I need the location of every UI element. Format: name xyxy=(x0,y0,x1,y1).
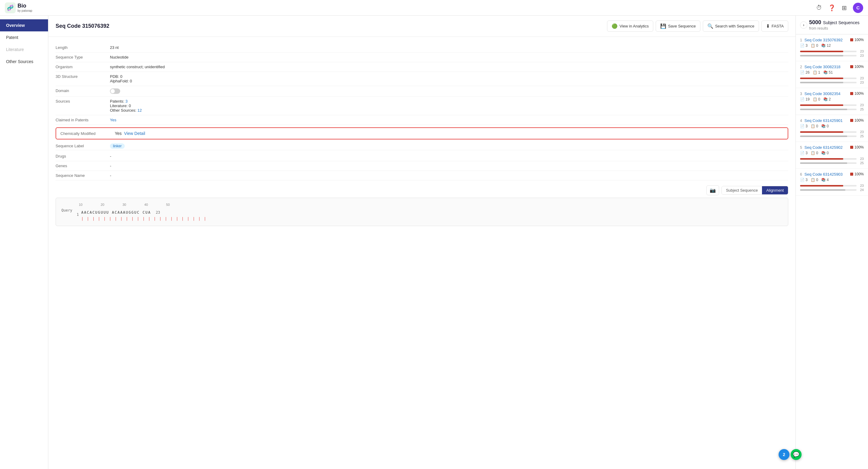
match-row: | | | | | | | | | | | | | | | | | | | | … xyxy=(61,217,783,221)
patents-link[interactable]: 3 xyxy=(125,99,127,103)
other-sources-link[interactable]: 12 xyxy=(137,108,142,112)
bar-row-1-5: 23 xyxy=(800,184,864,188)
bar-fill-1-0 xyxy=(800,51,843,52)
claimed-link[interactable]: Yes xyxy=(110,118,116,122)
bar-fill-2-2 xyxy=(800,109,847,110)
sequence-list-item: 4 Seq Code 631425901 100% 📄 3 📋 0 📚 0 23 xyxy=(796,115,868,142)
timer-icon[interactable]: ⏱ xyxy=(816,4,822,11)
save-sequence-label: Save Sequence xyxy=(668,24,696,28)
bar-track-2-0 xyxy=(800,55,857,57)
seq-item-link-4[interactable]: Seq Code 631425902 xyxy=(805,145,843,150)
seq-item-icons-1: 📄 26 📋 1 📚 51 xyxy=(800,70,864,74)
sequence-list-item: 3 Seq Code 30082354 100% 📄 19 📋 0 📚 2 23 xyxy=(796,88,868,115)
right-panel-header: › 5000 Subject Sequences from results xyxy=(796,16,868,34)
query-row: Query 1 AACACUGUUU ACAAAUGGUC CUA 23 xyxy=(61,208,783,217)
float-badge[interactable]: 2 xyxy=(779,449,789,460)
bar-track-2-3 xyxy=(800,135,857,137)
icon-group-book-2: 📚 2 xyxy=(823,97,831,101)
logo: 🧬 Bio by patsnap xyxy=(5,2,32,13)
genes-label: Genes xyxy=(56,164,110,168)
download-icon: ⬇ xyxy=(766,23,770,29)
domain-toggle[interactable] xyxy=(110,89,120,94)
bar-track-1-0 xyxy=(800,51,857,52)
claimed-label: Claimed in Patents xyxy=(56,118,110,122)
chemically-modified-value: Yes View Detail xyxy=(115,131,145,136)
sources-label: Sources xyxy=(56,99,110,103)
icon-group-page-5: 📋 0 xyxy=(811,178,818,182)
bar-num-2-2: 25 xyxy=(858,107,864,111)
bar-num-2-5: 24 xyxy=(858,188,864,192)
help-icon[interactable]: ❓ xyxy=(828,4,836,11)
sequence-type-value: Nucleotide xyxy=(110,55,788,60)
seq-item-pct-1: 100% xyxy=(850,65,864,69)
icon-group-book-5: 📚 4 xyxy=(821,178,829,182)
grid-icon[interactable]: ⊞ xyxy=(842,4,847,11)
icon-group-doc-0: 📄 3 xyxy=(800,43,808,48)
structure-row: 3D Structure PDB: 0 AlphaFold: 0 xyxy=(56,72,788,86)
avatar[interactable]: C xyxy=(853,3,863,13)
sidebar-item-patent[interactable]: Patent xyxy=(0,31,48,43)
drugs-label: Drugs xyxy=(56,154,110,159)
seq-item-link-3[interactable]: Seq Code 631425901 xyxy=(805,118,843,123)
domain-row: Domain xyxy=(56,86,788,97)
bar-row-2-2: 25 xyxy=(800,107,864,111)
bar-row-2-0: 23 xyxy=(800,54,864,57)
search-with-sequence-label: Search with Sequence xyxy=(715,24,754,28)
sequence-list-item: 2 Seq Code 30082318 100% 📄 26 📋 1 📚 51 2… xyxy=(796,61,868,88)
bar-num-2-4: 25 xyxy=(858,161,864,165)
sidebar-item-overview[interactable]: Overview xyxy=(0,19,48,31)
subject-sequence-tab[interactable]: Subject Sequence xyxy=(722,186,762,194)
fasta-button[interactable]: ⬇ FASTA xyxy=(762,21,788,32)
bar-num-2-0: 23 xyxy=(858,54,864,57)
panel-expand-button[interactable]: › xyxy=(800,22,807,29)
bar-fill-2-5 xyxy=(800,189,845,191)
view-analytics-button[interactable]: 🟢 View in Analytics xyxy=(607,21,653,32)
genes-row: Genes - xyxy=(56,161,788,171)
sequence-list-item: 1 Seq Code 315076392 100% 📄 3 📋 0 📚 12 2… xyxy=(796,34,868,61)
pct-dot-4 xyxy=(850,146,853,149)
bar-row-1-3: 23 xyxy=(800,130,864,134)
seq-item-number-0: 1 xyxy=(800,38,802,42)
bar-track-1-2 xyxy=(800,104,857,106)
sequence-label-tag[interactable]: linker xyxy=(110,143,125,149)
float-chat-button[interactable]: 💬 xyxy=(791,449,802,460)
sidebar-item-other-sources[interactable]: Other Sources xyxy=(0,56,48,68)
icon-group-doc-4: 📄 3 xyxy=(800,151,808,155)
sequence-label-row: Sequence Label linker xyxy=(56,142,788,150)
alignment-tab[interactable]: Alignment xyxy=(762,186,788,194)
view-analytics-label: View in Analytics xyxy=(619,24,649,28)
view-detail-link[interactable]: View Detail xyxy=(124,131,145,136)
seq-item-link-0[interactable]: Seq Code 315076392 xyxy=(805,38,843,42)
chemically-modified-label: Chemically Modified xyxy=(60,131,115,136)
bar-row-1-2: 23 xyxy=(800,103,864,107)
sequence-name-row: Sequence Name - xyxy=(56,171,788,180)
drugs-value: - xyxy=(110,154,788,159)
bar-num-1-4: 23 xyxy=(858,157,864,161)
genes-value: - xyxy=(110,164,788,168)
seq-item-link-1[interactable]: Seq Code 30082318 xyxy=(805,65,840,69)
sequence-items-container: 1 Seq Code 315076392 100% 📄 3 📋 0 📚 12 2… xyxy=(796,34,868,196)
seq-item-icons-4: 📄 3 📋 0 📚 0 xyxy=(800,151,864,155)
bar-fill-1-3 xyxy=(800,131,843,133)
domain-label: Domain xyxy=(56,89,110,93)
seq-item-link-2[interactable]: Seq Code 30082354 xyxy=(805,92,840,96)
structure-value: PDB: 0 AlphaFold: 0 xyxy=(110,74,788,83)
svg-text:🧬: 🧬 xyxy=(7,4,14,11)
drugs-row: Drugs - xyxy=(56,152,788,161)
alignment-chart: 10 20 30 40 50 Query 1 AACACUGUUU ACAAAU… xyxy=(56,198,788,226)
sources-value: Patents: 3 Literature: 0 Other Sources: … xyxy=(110,99,788,112)
bar-fill-2-0 xyxy=(800,55,843,57)
icon-group-doc-1: 📄 26 xyxy=(800,70,810,74)
bar-num-2-1: 23 xyxy=(858,80,864,84)
sequence-list-item: 6 Seq Code 631425903 100% 📄 3 📋 0 📚 4 23 xyxy=(796,169,868,196)
search-with-sequence-button[interactable]: 🔍 Search with Sequence xyxy=(703,21,759,32)
alignment-controls: 📷 Subject Sequence Alignment xyxy=(56,185,788,195)
save-sequence-button[interactable]: 💾 Save Sequence xyxy=(656,21,701,32)
seq-item-pct-0: 100% xyxy=(850,38,864,42)
pct-dot-5 xyxy=(850,173,853,176)
camera-button[interactable]: 📷 xyxy=(706,185,719,195)
seq-item-link-5[interactable]: Seq Code 631425903 xyxy=(805,172,843,176)
logo-icon: 🧬 xyxy=(5,2,16,13)
pct-dot-0 xyxy=(850,38,853,41)
sidebar-item-literature: Literature xyxy=(0,43,48,56)
